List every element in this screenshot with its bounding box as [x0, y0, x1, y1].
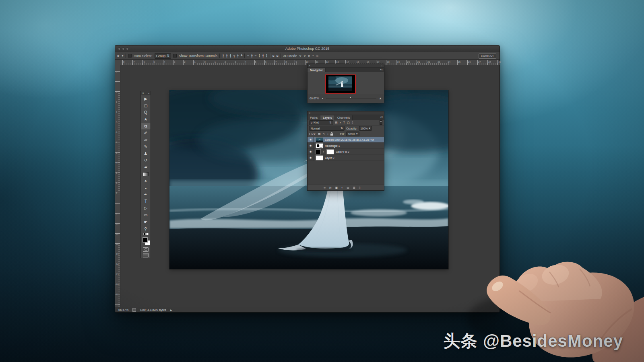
lock-all-icon[interactable]: [330, 134, 333, 136]
rectangular-marquee-tool[interactable]: ▢: [141, 102, 151, 109]
eraser-tool[interactable]: ▰: [141, 164, 151, 171]
new-layer-icon[interactable]: ⊞: [353, 186, 355, 189]
new-adjustment-layer-icon[interactable]: ◐: [341, 186, 343, 189]
opacity-field[interactable]: 100% ▾: [359, 126, 372, 131]
window-titlebar[interactable]: Adobe Photoshop CC 2015: [115, 45, 500, 52]
auto-align-layers-icon[interactable]: ⧉: [272, 54, 275, 58]
hand-tool[interactable]: ☛: [141, 218, 151, 225]
fill-layer-thumbnail[interactable]: [316, 149, 321, 154]
auto-distribute-icon[interactable]: ⧉: [277, 54, 279, 58]
layer-row-rectangle[interactable]: ◉ Rectangle 1: [308, 143, 384, 149]
status-arrow-icon[interactable]: ▶: [170, 309, 172, 311]
tab-channels[interactable]: Channels: [335, 115, 353, 120]
zoom-level-field[interactable]: 66.67%: [118, 308, 128, 312]
navigator-menu-icon[interactable]: ▾≡: [380, 68, 383, 71]
layer-thumbnail[interactable]: [316, 137, 323, 142]
zoom-out-mountain-icon[interactable]: ▲: [322, 97, 324, 99]
screen-mode-button[interactable]: [141, 252, 151, 258]
tab-layers[interactable]: Layers: [320, 115, 335, 120]
eyedropper-tool[interactable]: ✐: [141, 130, 151, 136]
brush-tool[interactable]: ✎: [141, 143, 151, 150]
collapse-navigator-icon[interactable]: ⇔: [381, 64, 383, 67]
zoom-tool[interactable]: ⚲: [141, 225, 151, 232]
ruler-corner[interactable]: [115, 60, 120, 65]
filter-adjustment-layers-icon[interactable]: ◐: [340, 121, 341, 124]
crop-tool[interactable]: ⧉: [141, 123, 151, 130]
path-selection-tool[interactable]: ▷: [141, 205, 151, 212]
tool-preset-caret-icon[interactable]: ▾: [122, 54, 123, 58]
add-layer-mask-icon[interactable]: ▣: [335, 186, 338, 189]
navigator-proxy-view[interactable]: [326, 75, 355, 93]
align-horizontal-centers-icon[interactable]: ╂: [226, 54, 227, 58]
filter-pixel-layers-icon[interactable]: ▤: [335, 121, 338, 124]
close-tools-icon[interactable]: ✕: [142, 92, 144, 95]
document-tab[interactable]: Untitled-1: [479, 53, 496, 59]
auto-select-checkbox[interactable]: [128, 54, 132, 58]
rectangle-shape-tool[interactable]: ▭: [141, 212, 151, 218]
lasso-tool[interactable]: Q: [141, 109, 151, 116]
lock-transparent-pixels-icon[interactable]: ▦: [318, 132, 321, 136]
visibility-eye-icon[interactable]: ◉: [308, 149, 314, 154]
layer-style-icon[interactable]: fx: [329, 186, 331, 189]
document-size-info[interactable]: Doc: 4.12M/0 bytes: [140, 308, 166, 312]
dodge-tool[interactable]: ◒: [141, 184, 151, 191]
distribute-left-edges-icon[interactable]: ┇: [258, 54, 260, 58]
quick-mask-button[interactable]: [141, 247, 151, 252]
distribute-top-edges-icon[interactable]: ┅: [247, 54, 249, 58]
collapse-tools-icon[interactable]: »: [148, 92, 149, 95]
visibility-eye-icon[interactable]: ◉: [308, 155, 314, 160]
show-transform-checkbox[interactable]: [173, 54, 177, 58]
gradient-tool[interactable]: [141, 171, 151, 177]
close-layers-icon[interactable]: ✕: [309, 112, 311, 114]
layer-row-screenshot[interactable]: ◉ Screen Shot 2016-01-26 at 2.43.25 PM: [308, 137, 384, 143]
lock-position-icon[interactable]: +: [327, 133, 328, 136]
visibility-eye-icon[interactable]: ◉: [308, 137, 314, 142]
tab-paths[interactable]: Paths: [308, 115, 320, 120]
distribute-right-edges-icon[interactable]: ┇: [266, 54, 267, 58]
slider-thumb-icon[interactable]: ▲: [349, 96, 351, 99]
delete-layer-icon[interactable]: ▯: [359, 186, 361, 189]
magic-wand-tool[interactable]: ★: [141, 116, 151, 123]
zoom-in-mountain-icon[interactable]: ▲: [379, 97, 382, 100]
layer-row-layer0[interactable]: ◉ Layer 0: [308, 155, 384, 161]
close-navigator-icon[interactable]: ✕: [309, 64, 311, 67]
navigator-zoom-field[interactable]: 66.67%: [310, 97, 319, 100]
type-tool[interactable]: T: [141, 198, 151, 205]
layers-menu-icon[interactable]: ▾≡: [380, 115, 383, 118]
visibility-eye-icon[interactable]: ◉: [308, 143, 314, 148]
new-group-icon[interactable]: ▭: [347, 186, 349, 189]
link-layers-icon[interactable]: ∞: [324, 186, 326, 189]
blur-tool[interactable]: ♠: [141, 177, 151, 184]
vertical-ruler[interactable]: 5432101234567891011121314151617: [115, 65, 120, 307]
3d-rotate-icon[interactable]: ↺: [299, 54, 301, 58]
align-top-edges-icon[interactable]: ┰: [233, 54, 235, 58]
move-tool[interactable]: ▶: [141, 95, 151, 102]
blend-mode-dropdown[interactable]: Normal ⇅: [309, 126, 345, 131]
move-tool-options-icon[interactable]: ▶: [118, 54, 120, 58]
spot-healing-brush-tool[interactable]: ▱: [141, 136, 151, 143]
auto-select-dropdown[interactable]: Group ⇅: [155, 53, 171, 59]
align-right-edges-icon[interactable]: ┨: [229, 54, 231, 58]
filter-type-layers-icon[interactable]: T: [343, 121, 345, 124]
clone-stamp-tool[interactable]: ♟: [141, 150, 151, 157]
default-swap-colors[interactable]: [141, 232, 151, 236]
3d-slide-icon[interactable]: +: [312, 54, 314, 57]
layer-mask-thumbnail[interactable]: [326, 149, 334, 154]
filter-shape-layers-icon[interactable]: ▢: [347, 121, 350, 124]
foreground-color-swatch[interactable]: [142, 237, 148, 243]
distribute-vertical-centers-icon[interactable]: ╋: [251, 54, 252, 58]
layer-thumbnail[interactable]: [316, 155, 323, 160]
distribute-bottom-edges-icon[interactable]: ┅: [255, 54, 256, 58]
lock-image-pixels-icon[interactable]: ✎: [323, 132, 325, 136]
filter-toggle-icon[interactable]: [380, 120, 382, 125]
filter-type-dropdown[interactable]: ρ Kind ⇅: [309, 120, 333, 125]
pen-tool[interactable]: ✒: [141, 191, 151, 198]
fill-field[interactable]: 100% ▾: [346, 132, 359, 136]
layer-thumbnail[interactable]: [316, 143, 323, 148]
align-left-edges-icon[interactable]: ┠: [222, 54, 224, 58]
layer-row-color-fill[interactable]: ◉ ∞ Color Fill 2: [308, 149, 384, 155]
3d-scale-icon[interactable]: ◎: [316, 54, 318, 58]
align-bottom-edges-icon[interactable]: ┸: [241, 54, 242, 58]
distribute-horizontal-centers-icon[interactable]: ╋: [262, 54, 264, 58]
navigator-zoom-slider[interactable]: ▲: [326, 98, 376, 99]
